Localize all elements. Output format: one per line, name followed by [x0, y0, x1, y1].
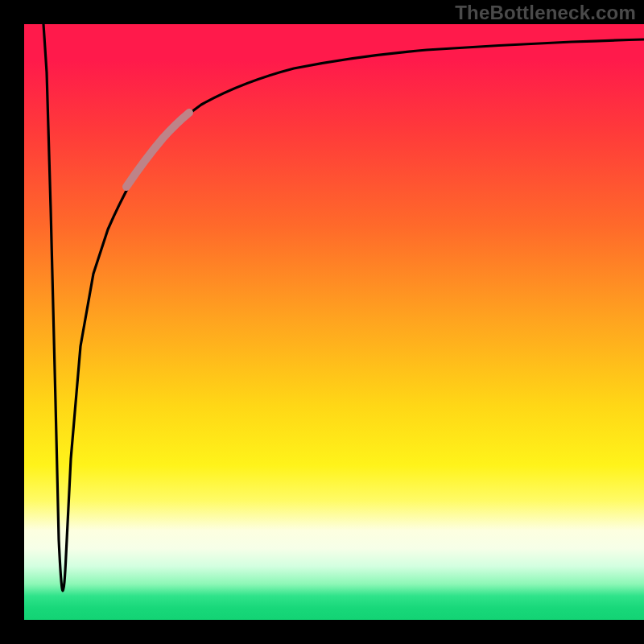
curve-layer — [24, 24, 644, 620]
chart-frame: TheBottleneck.com — [0, 0, 644, 644]
watermark-text: TheBottleneck.com — [455, 2, 636, 24]
bottleneck-curve — [43, 24, 644, 591]
bottom-frame — [0, 620, 644, 644]
curve-highlight-segment — [126, 113, 189, 187]
